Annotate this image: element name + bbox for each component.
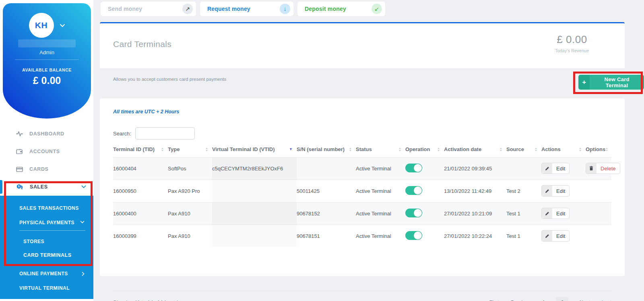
edit-button[interactable]: Edit: [541, 185, 570, 197]
sidebar-item-card-terminals[interactable]: CARD TERMINALS: [0, 244, 93, 258]
toggle-knob: [414, 164, 422, 172]
chevron-down-icon[interactable]: [60, 24, 65, 27]
balance-label: AVAILABLE BALANCE: [3, 68, 91, 72]
new-card-terminal-label: New Card Terminal: [590, 75, 644, 90]
sidebar-item-accounts[interactable]: ACCOUNTS: [0, 143, 93, 160]
entries-summary: Showing 11 to 14 of 14 entries: [113, 299, 184, 301]
column-header-sn[interactable]: S/N (serial number)▲▼: [297, 142, 356, 157]
table-row: 16000399 Pax A910 90678151 Active Termin…: [113, 225, 611, 247]
column-header-source[interactable]: Source▲▼: [506, 142, 541, 157]
send-money-label: Send money: [108, 6, 142, 12]
avatar[interactable]: KH: [29, 13, 54, 38]
terminals-table: Terminal ID (TID)▲▼ Type▲▼ Virtual Termi…: [113, 142, 611, 247]
deposit-money-label: Deposit money: [305, 6, 346, 12]
sidebar-item-online-payments[interactable]: ONLINE PAYMENTS: [0, 258, 93, 276]
column-header-status[interactable]: Status▲▼: [356, 142, 405, 157]
pencil-icon: [542, 208, 552, 219]
timezone-note: All times are UTC + 2 Hours: [113, 109, 179, 115]
pagination-next[interactable]: Next: [580, 299, 590, 301]
new-card-terminal-button[interactable]: + New Card Terminal: [578, 75, 644, 90]
cell-type: SoftPos: [168, 157, 212, 180]
search-input[interactable]: [135, 127, 195, 139]
cell-vtid: [212, 180, 297, 202]
column-header-activation-date[interactable]: Activation date▲▼: [444, 142, 506, 157]
submenu-label: VIRTUAL TERMINAL: [19, 285, 70, 291]
todays-revenue: £ 0.00 Today's Revenue: [538, 33, 606, 53]
pagination-first[interactable]: First: [489, 299, 499, 301]
column-header-type[interactable]: Type▲▼: [168, 142, 212, 157]
cell-source: Test 1: [506, 225, 541, 247]
cell-tid: 16000399: [113, 225, 168, 247]
sort-icon: ▲▼: [579, 147, 582, 152]
sidebar-item-label: ACCOUNTS: [29, 149, 60, 154]
cell-tid: 16000400: [113, 202, 168, 225]
cell-vtid: c5qCECYMTM2r8EEkJYOxF6: [212, 157, 297, 180]
column-header-operation[interactable]: Operation▲▼: [405, 142, 444, 157]
pencil-icon: [542, 163, 552, 174]
operation-toggle[interactable]: [405, 209, 422, 217]
trash-icon: [586, 163, 597, 174]
sidebar: KH Admin AVAILABLE BALANCE £ 0.00 DASHBO…: [0, 0, 93, 301]
cell-sn: 50011425: [297, 180, 356, 202]
request-money-button[interactable]: Request money ↓: [200, 2, 293, 16]
chevron-right-icon: [82, 272, 85, 276]
cell-vtid: [212, 202, 297, 225]
pagination-last[interactable]: Last: [601, 299, 611, 301]
edit-button[interactable]: Edit: [541, 208, 570, 219]
profile-panel: KH Admin AVAILABLE BALANCE £ 0.00: [3, 3, 91, 119]
column-header-options[interactable]: Options▲▼: [586, 142, 611, 157]
cell-type: Pax A920 Pro: [168, 180, 212, 202]
arrow-down-icon: ↓: [280, 4, 290, 14]
toggle-knob: [414, 209, 422, 217]
cell-sn: [297, 157, 356, 180]
sidebar-item-physical-payments[interactable]: PHYSICAL PAYMENTS: [0, 211, 93, 225]
sidebar-item-label: SALES: [30, 184, 48, 190]
revenue-value: £ 0.00: [538, 33, 606, 46]
delete-button[interactable]: Delete: [586, 163, 620, 174]
pagination-page-2-current[interactable]: 2: [556, 297, 568, 301]
user-name-redacted: [18, 39, 76, 47]
divider: [15, 59, 79, 60]
sort-desc-icon: ▼: [289, 147, 293, 151]
toggle-knob: [414, 231, 422, 240]
edit-button[interactable]: Edit: [541, 163, 570, 174]
pagination-page-1[interactable]: 1: [542, 299, 545, 301]
cell-type: Pax A910: [168, 225, 212, 247]
submenu-label: SALES TRANSACTIONS: [19, 205, 79, 211]
sort-icon: ▲▼: [535, 147, 537, 152]
wallet-icon: [16, 149, 23, 154]
user-menu[interactable]: KH: [3, 13, 91, 38]
column-header-actions[interactable]: Actions▲▼: [541, 142, 586, 157]
sidebar-item-dashboard[interactable]: DASHBOARD: [0, 125, 93, 143]
cell-source: Test 1: [506, 202, 541, 225]
table-row: 16000404 SoftPos c5qCECYMTM2r8EEkJYOxF6 …: [113, 157, 611, 180]
operation-toggle[interactable]: [405, 231, 422, 240]
deposit-money-button[interactable]: Deposit money ↙: [297, 2, 385, 16]
revenue-label: Today's Revenue: [538, 48, 606, 53]
sidebar-item-sales-transactions[interactable]: SALES TRANSACTIONS: [0, 196, 93, 211]
column-header-vtid[interactable]: Virtual Terminal ID (VTID)▼: [212, 142, 297, 157]
chevron-down-icon: [81, 185, 86, 188]
page-description: Allows you to accept customers card pres…: [113, 77, 226, 82]
sidebar-item-sales[interactable]: $ SALES: [0, 178, 93, 196]
edit-button[interactable]: Edit: [541, 230, 570, 242]
sidebar-item-virtual-terminal[interactable]: VIRTUAL TERMINAL: [0, 276, 93, 291]
sidebar-nav: DASHBOARD ACCOUNTS CARDS $ SALES: [0, 125, 93, 196]
cell-tid: 16000950: [113, 180, 168, 202]
submenu-label: PHYSICAL PAYMENTS: [19, 220, 74, 225]
column-header-tid[interactable]: Terminal ID (TID)▲▼: [113, 142, 168, 157]
sidebar-item-stores[interactable]: STORES: [0, 231, 93, 244]
search-label: Search:: [113, 131, 131, 137]
operation-toggle[interactable]: [405, 164, 422, 172]
send-money-button[interactable]: Send money ↗: [101, 2, 196, 16]
pagination-previous[interactable]: Previous: [511, 299, 531, 301]
operation-toggle[interactable]: [405, 186, 422, 195]
cell-activation-date: 27/01/2022 10:21:09: [444, 202, 506, 225]
page-header-card: Card Terminals £ 0.00 Today's Revenue: [100, 22, 625, 68]
cell-activation-date: 21/01/2022 09:39:45: [444, 157, 506, 180]
cell-activation-date: 27/01/2022 10:22:24: [444, 225, 506, 247]
sort-icon: ▲▼: [605, 147, 608, 152]
sidebar-item-cards[interactable]: CARDS: [0, 160, 93, 178]
submenu-label: ONLINE PAYMENTS: [19, 271, 68, 276]
table-header-row: Terminal ID (TID)▲▼ Type▲▼ Virtual Termi…: [113, 142, 611, 157]
